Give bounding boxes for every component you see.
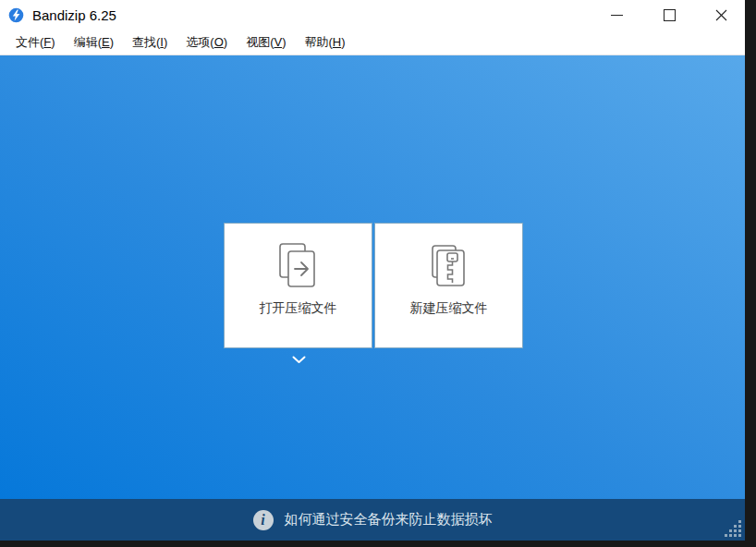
new-archive-label: 新建压缩文件 xyxy=(410,300,488,317)
menu-item-edit[interactable]: 编辑(E) xyxy=(65,34,123,51)
new-archive-icon xyxy=(426,242,472,290)
maximize-button[interactable] xyxy=(649,0,689,30)
new-archive-card[interactable]: 新建压缩文件 xyxy=(374,223,523,348)
resize-grip[interactable] xyxy=(723,518,743,539)
open-archive-card[interactable]: 打开压缩文件 xyxy=(224,223,372,348)
minimize-button[interactable] xyxy=(596,0,637,30)
menu-item-find[interactable]: 查找(I) xyxy=(123,34,177,51)
close-button[interactable] xyxy=(701,0,741,30)
menu-bar: 文件(F) 编辑(E) 查找(I) 选项(O) 视图(V) 帮助(H) xyxy=(0,30,745,55)
minimize-icon xyxy=(611,15,623,16)
title-bar: Bandizip 6.25 xyxy=(0,0,745,30)
open-archive-label: 打开压缩文件 xyxy=(260,300,337,317)
menu-item-view[interactable]: 视图(V) xyxy=(237,34,295,51)
status-message: 如何通过安全备份来防止数据损坏 xyxy=(285,511,493,529)
maximize-icon xyxy=(664,9,676,21)
open-archive-icon xyxy=(275,242,322,290)
close-icon xyxy=(715,9,727,21)
chevron-down-icon xyxy=(292,356,306,364)
main-area: 打开压缩文件 新建压缩文件 xyxy=(0,55,745,499)
action-cards: 打开压缩文件 新建压缩文件 xyxy=(224,223,523,348)
menu-item-options[interactable]: 选项(O) xyxy=(177,34,237,51)
menu-item-file[interactable]: 文件(F) xyxy=(6,34,65,51)
menu-item-help[interactable]: 帮助(H) xyxy=(295,34,354,51)
info-icon: i xyxy=(253,510,274,530)
desktop-background: { "app": { "title": "Bandizip 6.25" }, "… xyxy=(0,0,756,547)
window-title: Bandizip 6.25 xyxy=(32,7,116,23)
bandizip-logo-icon xyxy=(8,7,24,23)
recent-files-expander[interactable] xyxy=(291,354,307,365)
bandizip-window: Bandizip 6.25 文件(F) 编辑(E) 查找(I) 选项(O) 视图… xyxy=(0,0,745,541)
status-bar[interactable]: i 如何通过安全备份来防止数据损坏 xyxy=(0,499,745,541)
